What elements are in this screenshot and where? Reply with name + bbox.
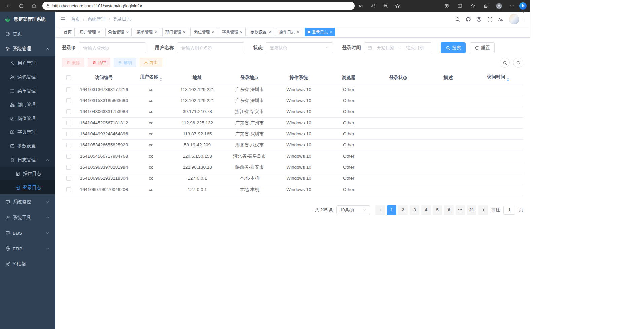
sidebar-item-log-management[interactable]: 日志管理 (0, 153, 55, 167)
refresh-table-button[interactable] (513, 58, 523, 68)
search-icon[interactable] (453, 15, 462, 24)
close-tab-icon[interactable]: × (240, 30, 243, 34)
sidebar-item-yi-framework[interactable]: Yi框架 (0, 256, 55, 272)
sidebar-item-param-settings[interactable]: 参数设置 (0, 139, 55, 153)
row-checkbox[interactable] (66, 176, 71, 181)
username-input[interactable] (177, 42, 244, 53)
sidebar-item-role-management[interactable]: 角色管理 (0, 70, 55, 84)
sidebar-item-bbs[interactable]: BBS (0, 225, 55, 241)
row-checkbox[interactable] (66, 187, 71, 192)
prev-page-button[interactable] (375, 205, 385, 215)
page-button-4[interactable]: 4 (421, 205, 431, 215)
row-checkbox[interactable] (66, 109, 71, 114)
breadcrumb-item-0[interactable]: 首页 (71, 16, 80, 22)
close-tab-icon[interactable]: × (183, 30, 186, 34)
tab-login-log[interactable]: 登录日志× (305, 28, 335, 36)
close-tab-icon[interactable]: × (211, 30, 214, 34)
tab-dept-management[interactable]: 部门管理× (162, 28, 189, 36)
reset-button[interactable]: 重置 (470, 42, 495, 53)
select-all-checkbox[interactable] (66, 75, 71, 80)
row-checkbox[interactable] (66, 143, 71, 147)
fullscreen-icon[interactable] (486, 15, 494, 24)
page-button-21[interactable]: 21 (467, 205, 476, 215)
address-bar[interactable]: https://ccnetcore.com:1101/system/log/lo… (42, 2, 355, 10)
search-button[interactable]: 搜索 (441, 42, 466, 53)
tab-operation-log[interactable]: 操作日志× (276, 28, 302, 36)
page-button-6[interactable]: 6 (444, 205, 454, 215)
page-button-3[interactable]: 3 (410, 205, 419, 215)
page-button-5[interactable]: 5 (433, 205, 442, 215)
home-icon[interactable] (29, 1, 39, 11)
key-icon[interactable] (356, 1, 366, 11)
clear-button[interactable]: 清空 (88, 58, 110, 67)
sidebar-item-dept-management[interactable]: 部门管理 (0, 98, 55, 111)
breadcrumb-item-1[interactable]: 系统管理 (87, 16, 106, 22)
back-icon[interactable] (3, 1, 13, 11)
collections-icon[interactable] (481, 1, 491, 11)
read-aloud-icon[interactable] (368, 1, 378, 11)
tab-param-settings[interactable]: 参数设置× (248, 28, 274, 36)
profile-icon[interactable] (494, 1, 504, 11)
row-checkbox[interactable] (66, 165, 71, 170)
avatar-dropdown-caret-icon[interactable] (522, 18, 525, 21)
user-avatar[interactable] (509, 14, 519, 24)
more-pages-button[interactable]: ••• (456, 205, 465, 215)
sidebar-item-system-tools[interactable]: 系统工具 (0, 210, 55, 225)
next-page-button[interactable] (478, 205, 488, 215)
sort-carets-icon[interactable] (159, 78, 162, 81)
close-tab-icon[interactable]: × (269, 30, 271, 34)
page-button-2[interactable]: 2 (398, 205, 408, 215)
goto-page-input[interactable] (503, 206, 515, 215)
tab-menu-management[interactable]: 菜单管理× (134, 28, 160, 36)
bing-copilot-icon[interactable]: b (519, 2, 527, 10)
sidebar-item-system-monitor[interactable]: 系统监控 (0, 194, 55, 210)
extensions-icon[interactable] (441, 1, 452, 11)
close-tab-icon[interactable]: × (154, 30, 157, 34)
unlock-button[interactable]: 解锁 (114, 58, 136, 67)
sort-carets-icon[interactable] (507, 78, 509, 81)
question-icon[interactable] (475, 15, 484, 24)
status-select[interactable]: 登录状态 (266, 42, 333, 53)
row-checkbox[interactable] (66, 98, 71, 103)
tab-user-management[interactable]: 用户管理× (77, 28, 103, 36)
sidebar-item-dict-management[interactable]: 字典管理 (0, 125, 55, 139)
date-range-picker[interactable]: 开始日期 - 结束日期 (364, 42, 431, 53)
row-checkbox[interactable] (66, 121, 71, 125)
column-header-visit-time[interactable]: 访问时间 (473, 72, 523, 84)
collapse-chevron-icon[interactable] (522, 10, 525, 14)
more-icon[interactable] (507, 1, 517, 11)
column-header-user-name[interactable]: 用户名称 (133, 72, 170, 84)
sidebar-item-menu-management[interactable]: 菜单管理 (0, 84, 55, 98)
text-size-icon[interactable] (496, 15, 505, 24)
toggle-search-button[interactable] (500, 58, 510, 68)
github-icon[interactable] (464, 15, 473, 24)
sidebar-toggle-icon[interactable] (60, 16, 66, 22)
sidebar-item-user-management[interactable]: 用户管理 (0, 56, 55, 70)
delete-button[interactable]: 删除 (62, 58, 84, 67)
tab-post-management[interactable]: 岗位管理× (190, 28, 217, 36)
close-tab-icon[interactable]: × (330, 30, 332, 34)
tab-role-management[interactable]: 角色管理× (105, 28, 132, 36)
split-screen-icon[interactable] (455, 1, 465, 11)
login-ip-input[interactable] (79, 42, 146, 53)
zoom-out-icon[interactable] (380, 1, 390, 11)
sidebar-item-erp[interactable]: ERP (0, 241, 55, 256)
row-checkbox[interactable] (66, 154, 71, 159)
row-checkbox[interactable] (66, 87, 71, 92)
tab-dict-management[interactable]: 字典管理× (219, 28, 246, 36)
sidebar-item-post-management[interactable]: 岗位管理 (0, 111, 55, 125)
sidebar-item-login-log[interactable]: 登录日志 (0, 180, 55, 194)
sidebar-item-home[interactable]: 首页 (0, 27, 55, 41)
sidebar-item-system-management[interactable]: 系统管理 (0, 41, 55, 56)
favorite-star-icon[interactable] (392, 1, 402, 11)
refresh-icon[interactable] (16, 1, 26, 11)
close-tab-icon[interactable]: × (98, 30, 100, 34)
page-size-select[interactable]: 10条/页 (336, 205, 370, 215)
favorites-bar-icon[interactable] (468, 1, 478, 11)
tab-home[interactable]: 首页 (61, 28, 75, 36)
export-button[interactable]: 导出 (140, 58, 162, 67)
row-checkbox[interactable] (66, 132, 71, 136)
close-tab-icon[interactable]: × (126, 30, 129, 34)
sidebar-item-operation-log[interactable]: 操作日志 (0, 167, 55, 180)
page-button-1[interactable]: 1 (387, 205, 396, 215)
